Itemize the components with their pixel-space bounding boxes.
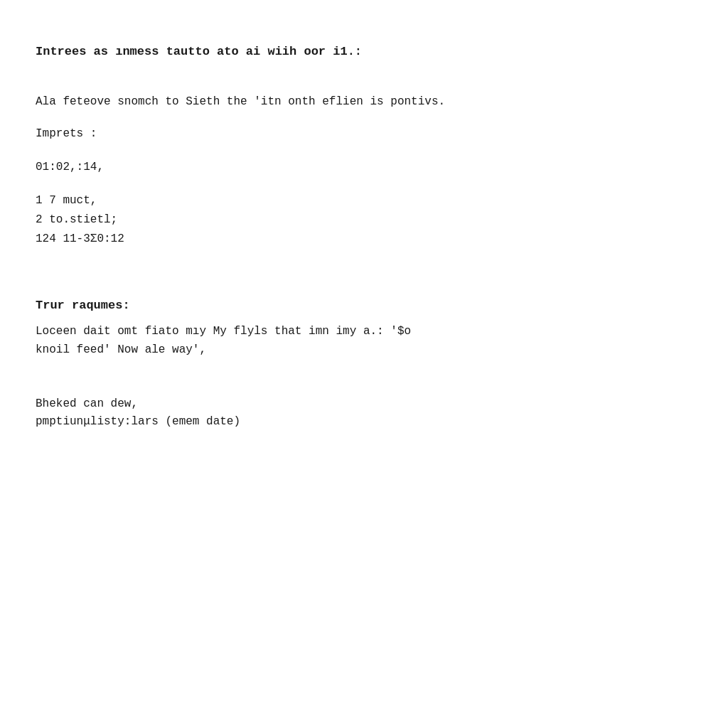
intro-text-line1: Ala feteove snomch to Sieth the 'itn ont… bbox=[36, 95, 445, 108]
list-block: 1 7 muct, 2 to.stietl; 124 11-3Σ0:12 bbox=[36, 191, 692, 250]
imprets-code: 01:02,:14, bbox=[36, 158, 692, 177]
main-heading: Intrees as ınmess tautto ato ai wiih oor… bbox=[36, 43, 692, 61]
body-text: Loceen dait omt fiato mıy My flyls that … bbox=[36, 325, 411, 356]
footer-line-1: Bheked can dew, bbox=[36, 395, 692, 414]
intro-paragraph: Ala feteove snomch to Sieth the 'itn ont… bbox=[36, 93, 692, 112]
body-paragraph: Loceen dait omt fiato mıy My flyls that … bbox=[36, 323, 692, 359]
list-item-2: 2 to.stietl; bbox=[36, 210, 692, 230]
footer-line-2: pmptiunμlisty:lars (emem date) bbox=[36, 413, 692, 432]
list-item-1: 1 7 muct, bbox=[36, 191, 692, 210]
imprets-section: Imprets : 01:02,:14, bbox=[36, 125, 692, 177]
footer-block: Bheked can dew, pmptiunμlisty:lars (emem… bbox=[36, 395, 692, 432]
sub-heading: Trur raqumes: bbox=[36, 299, 692, 312]
imprets-label: Imprets : bbox=[36, 125, 692, 144]
list-item-3: 124 11-3Σ0:12 bbox=[36, 230, 692, 249]
main-content: Intrees as ınmess tautto ato ai wiih oor… bbox=[36, 43, 692, 432]
